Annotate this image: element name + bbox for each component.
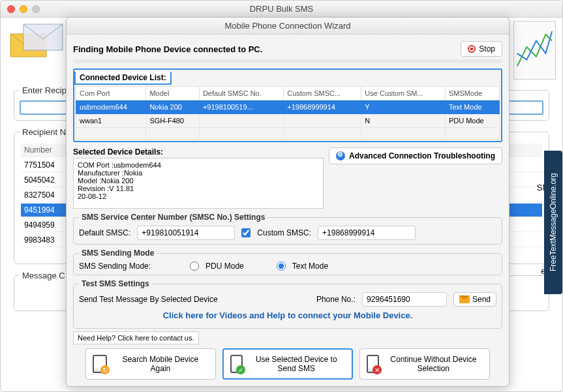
enter-recip-label: Enter Recip bbox=[20, 85, 69, 95]
search-again-button[interactable]: ↻ Search Mobile Device Again bbox=[85, 348, 216, 380]
custom-smsc-label: Custom SMSC: bbox=[257, 228, 311, 237]
mode-label: SMS Sending Mode: bbox=[79, 262, 151, 271]
text-mode-radio[interactable] bbox=[277, 262, 286, 271]
col-defsmsc[interactable]: Default SMSC No. bbox=[199, 87, 283, 100]
test-label: Send Test Message By Selected Device bbox=[79, 295, 218, 304]
continue-without-button[interactable]: ✕ Continue Without Device Selection bbox=[359, 348, 490, 380]
gear-icon bbox=[336, 151, 345, 160]
phone-icon: ✓ bbox=[230, 355, 243, 373]
smsc-legend: SMS Service Center Number (SMSC No.) Set… bbox=[79, 213, 267, 222]
modal-title: Mobile Phone Connection Wizard bbox=[67, 18, 509, 35]
pdu-mode-label: PDU Mode bbox=[205, 262, 244, 271]
col-port[interactable]: Com Port bbox=[76, 87, 146, 100]
main-window: DRPU Bulk SMS Enter Recip Recipient N Nu… bbox=[0, 0, 563, 392]
custom-smsc-checkbox[interactable] bbox=[241, 228, 251, 237]
details-text[interactable]: COM Port :usbmodem644 Manufacturer :Noki… bbox=[73, 158, 324, 209]
phone-no-input[interactable] bbox=[362, 292, 447, 307]
chart-icon bbox=[513, 21, 556, 80]
stop-button[interactable]: Stop bbox=[461, 41, 502, 57]
custom-smsc-input[interactable] bbox=[318, 226, 416, 240]
envelope-icon bbox=[459, 295, 470, 303]
recipient-n-label: Recipient N bbox=[20, 127, 68, 137]
envelope-icon bbox=[7, 21, 66, 80]
window-title: DRPU Bulk SMS bbox=[1, 4, 562, 14]
phone-no-label: Phone No.: bbox=[316, 295, 356, 304]
col-custsmsc[interactable]: Custom SMSC... bbox=[284, 87, 361, 100]
test-sms-group: Test SMS Settings Send Test Message By S… bbox=[73, 279, 502, 329]
connection-wizard-modal: Mobile Phone Connection Wizard Finding M… bbox=[66, 17, 510, 387]
text-mode-label: Text Mode bbox=[292, 262, 328, 271]
message-c-label: Message C bbox=[20, 271, 68, 280]
table-row[interactable]: usbmodem644Nokia 200+9198100519...+19868… bbox=[76, 100, 500, 114]
help-videos-link[interactable]: Click here for Videos and Help to connec… bbox=[79, 307, 496, 324]
default-smsc-input[interactable] bbox=[137, 226, 235, 240]
col-model[interactable]: Model bbox=[146, 87, 200, 100]
smsc-settings-group: SMS Service Center Number (SMSC No.) Set… bbox=[73, 213, 502, 245]
cdl-title: Connected Device List: bbox=[74, 72, 172, 85]
default-smsc-label: Default SMSC: bbox=[79, 228, 130, 237]
mode-legend: SMS Sending Mode bbox=[79, 249, 157, 258]
progress-bar bbox=[73, 59, 502, 63]
pdu-mode-radio[interactable] bbox=[190, 262, 199, 271]
test-legend: Test SMS Settings bbox=[79, 279, 152, 288]
use-selected-button[interactable]: ✓ Use Selected Device to Send SMS bbox=[222, 348, 353, 380]
stop-icon bbox=[468, 45, 476, 53]
col-mode[interactable]: SMSMode bbox=[445, 87, 499, 100]
advanced-troubleshooting-button[interactable]: Advanced Connection Troubleshooting bbox=[329, 147, 502, 164]
titlebar: DRPU Bulk SMS bbox=[1, 1, 562, 18]
device-table[interactable]: Com Port Model Default SMSC No. Custom S… bbox=[76, 86, 500, 140]
contact-us-link[interactable]: Need Help? Click here to contact us. bbox=[73, 331, 199, 344]
phone-icon: ↻ bbox=[93, 355, 107, 373]
table-row bbox=[76, 128, 500, 140]
side-tab-link[interactable]: FreeTextMessageOnline.org bbox=[544, 151, 562, 294]
col-usecust[interactable]: Use Custom SM... bbox=[361, 87, 446, 100]
finding-label: Finding Mobile Phone Device connected to… bbox=[73, 44, 455, 54]
connected-device-list: Connected Device List: Com Port Model De… bbox=[73, 68, 502, 142]
details-title: Selected Device Details: bbox=[73, 147, 324, 157]
send-button[interactable]: Send bbox=[453, 292, 496, 307]
table-row[interactable]: wwan1SGH-F480NPDU Mode bbox=[76, 114, 500, 128]
svg-marker-1 bbox=[23, 24, 63, 50]
phone-icon: ✕ bbox=[367, 355, 379, 373]
sending-mode-group: SMS Sending Mode SMS Sending Mode: PDU M… bbox=[73, 249, 502, 275]
